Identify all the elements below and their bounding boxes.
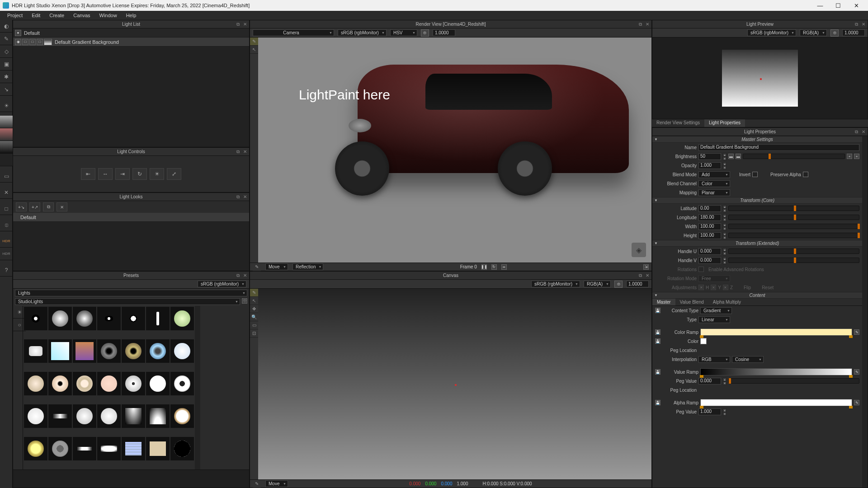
invert-checkbox[interactable]: [752, 172, 758, 177]
tool-hdr-icon[interactable]: HDR: [0, 235, 13, 248]
canvas-zoom-icon[interactable]: 🔍: [250, 313, 258, 321]
preset-item[interactable]: [146, 404, 170, 428]
canvas-val[interactable]: 1.0000: [626, 281, 649, 287]
move-right-icon[interactable]: ⇥: [115, 168, 130, 180]
eye-icon[interactable]: ◉: [15, 39, 21, 45]
content-tab-master[interactable]: Master: [652, 299, 675, 305]
color-wheel-icon[interactable]: ◎: [830, 29, 839, 37]
brush-icon[interactable]: ✎: [253, 480, 261, 488]
lp-val[interactable]: 1.0000: [842, 29, 865, 36]
tool-rect-icon[interactable]: □: [0, 202, 13, 215]
tool-area-icon[interactable]: ▭: [0, 170, 13, 183]
close-panel-icon[interactable]: ✕: [242, 194, 248, 200]
preset-item[interactable]: [170, 437, 194, 460]
look-item[interactable]: Default: [13, 213, 249, 222]
preset-item[interactable]: [73, 372, 96, 395]
preset-item[interactable]: [122, 404, 145, 428]
close-panel-icon[interactable]: ✕: [860, 21, 867, 28]
tool-picker-icon[interactable]: ↘: [0, 83, 13, 96]
pegval-field[interactable]: 0.000: [698, 378, 721, 385]
undock-icon[interactable]: ⧉: [637, 21, 643, 28]
presets-studio-dropdown[interactable]: StudioLights: [15, 298, 240, 305]
pause-icon[interactable]: ❚❚: [481, 264, 487, 270]
menu-edit[interactable]: Edit: [27, 13, 45, 18]
menu-help[interactable]: Help: [122, 13, 141, 18]
preset-item[interactable]: [48, 404, 72, 428]
preset-item[interactable]: [146, 307, 170, 330]
light-item-row[interactable]: ◉ □ □ □ Default Gradient Background: [13, 38, 249, 47]
preset-item[interactable]: [146, 437, 170, 460]
hv-slider[interactable]: [728, 258, 859, 263]
add-look2-icon[interactable]: +↗: [29, 202, 40, 211]
add-look-icon[interactable]: +↘: [16, 202, 27, 211]
preset-item[interactable]: [48, 307, 72, 330]
close-panel-icon[interactable]: ✕: [644, 272, 651, 279]
name-field[interactable]: Default Gradient Background: [698, 144, 859, 151]
undock-icon[interactable]: ⧉: [853, 129, 859, 135]
ctype-dropdown[interactable]: Gradient: [700, 307, 732, 314]
tool-help-icon[interactable]: ?: [0, 264, 13, 277]
tool-ramp1-icon[interactable]: [0, 116, 13, 128]
preset-item[interactable]: [122, 339, 145, 363]
brightness-field[interactable]: 50: [698, 153, 721, 160]
undock-icon[interactable]: ⧉: [235, 272, 241, 279]
preset-item[interactable]: [122, 372, 145, 395]
close-panel-icon[interactable]: ✕: [242, 21, 248, 28]
light-mode-row[interactable]: ● Default: [13, 28, 249, 38]
close-button[interactable]: ✕: [847, 0, 865, 11]
brush-icon[interactable]: ✎: [253, 263, 261, 271]
canvas-cs-dropdown[interactable]: RGB(A): [584, 281, 611, 287]
move-center-icon[interactable]: ↔: [98, 168, 113, 180]
preset-item[interactable]: [24, 372, 47, 395]
width-slider[interactable]: [728, 224, 859, 229]
lp-srgb-dropdown[interactable]: sRGB (rgbMonitor): [747, 29, 796, 36]
lat-field[interactable]: 0.00: [698, 205, 721, 212]
canvas-pointer-icon[interactable]: ↖: [250, 297, 258, 305]
section-transform-core[interactable]: ▼Transform (Core): [652, 197, 862, 204]
tool-ramp4-icon[interactable]: [0, 154, 13, 166]
minimize-button[interactable]: —: [811, 0, 829, 11]
preset-item[interactable]: [97, 307, 121, 330]
brightness-slider[interactable]: [743, 154, 845, 159]
preset-item[interactable]: [97, 372, 121, 395]
preset-item[interactable]: [122, 437, 145, 460]
square1-icon[interactable]: □: [22, 39, 28, 45]
preset-item[interactable]: [73, 307, 96, 330]
preset-item[interactable]: [146, 339, 170, 363]
dots-icon[interactable]: ••: [501, 264, 507, 270]
tool-text-icon[interactable]: ⎅: [0, 219, 13, 231]
save-icon[interactable]: 💾: [655, 369, 660, 375]
content-tab-value[interactable]: Value Blend: [675, 299, 708, 305]
content-tab-alpha[interactable]: Alpha Multiply: [708, 299, 745, 305]
preset-item[interactable]: [48, 372, 72, 395]
rv-srgb-dropdown[interactable]: sRGB (rgbMonitor): [338, 29, 387, 36]
lon-field[interactable]: 180.00: [698, 214, 721, 221]
plus-icon[interactable]: +: [847, 154, 852, 159]
camera-dropdown[interactable]: Camera: [253, 29, 334, 36]
interp1-dropdown[interactable]: RGB: [698, 356, 730, 363]
render-viewport[interactable]: LightPaint here ◈: [258, 38, 651, 263]
move-left-icon[interactable]: ⇤: [81, 168, 95, 180]
preset-item[interactable]: [24, 404, 47, 428]
lat-slider[interactable]: [728, 206, 859, 211]
edit-icon[interactable]: ✎: [854, 329, 859, 335]
section-transform-ext[interactable]: ▼Transform (Extended): [652, 240, 862, 247]
undock-icon[interactable]: ⧉: [235, 149, 241, 155]
hu-slider[interactable]: [728, 249, 859, 254]
lp-cs-dropdown[interactable]: RGB(A): [800, 29, 827, 36]
rotate-icon[interactable]: ↻: [132, 168, 147, 180]
preset-item[interactable]: [24, 339, 47, 363]
tool-ramp2-icon[interactable]: [0, 128, 13, 141]
nav-cube-icon[interactable]: ◈: [632, 243, 646, 257]
pegval2-field[interactable]: 1.000: [698, 408, 721, 415]
preserve-checkbox[interactable]: [803, 172, 808, 177]
undock-icon[interactable]: ⧉: [853, 21, 859, 28]
preset-item[interactable]: [48, 339, 72, 363]
link2-icon[interactable]: ▬: [736, 154, 741, 159]
link-icon[interactable]: ▬: [728, 154, 734, 159]
undock-icon[interactable]: ⧉: [235, 21, 241, 28]
preset-item[interactable]: [146, 372, 170, 395]
canvas-viewport[interactable]: [258, 289, 651, 479]
section-content[interactable]: ▼Content: [652, 292, 862, 299]
canvas-rect-icon[interactable]: ▭: [250, 321, 258, 329]
